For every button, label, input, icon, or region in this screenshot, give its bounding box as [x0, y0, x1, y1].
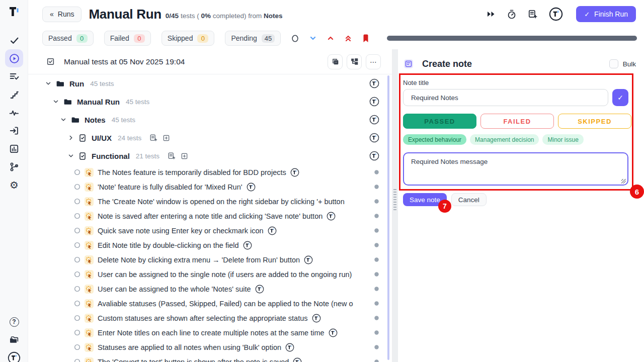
test-row[interactable]: Delete Note by clicking extra menu → 'De…	[28, 252, 392, 267]
sidebar-item-ready-tests[interactable]	[5, 31, 23, 49]
cancel-button[interactable]: Cancel	[451, 193, 487, 206]
folder-test-count: 45 tests	[90, 80, 114, 87]
note-title-input[interactable]	[403, 89, 608, 106]
sidebar-item-runs[interactable]	[5, 49, 23, 67]
tree-scrollbar[interactable]	[387, 75, 389, 360]
filter-skipped[interactable]: Skipped0	[162, 31, 215, 46]
pending-test-icon	[85, 226, 94, 235]
test-row[interactable]: User can be assigned to the single note …	[28, 267, 392, 282]
test-row[interactable]: The Notes feature is temporarily disable…	[28, 165, 392, 179]
status-tag[interactable]: Management decision	[470, 134, 539, 145]
back-to-runs-button[interactable]: « Runs	[42, 7, 82, 22]
create-note-panel: Create note Bulk Note title ✓ PASSEDFAIL…	[398, 49, 644, 362]
sidebar-item-milestones[interactable]	[5, 85, 23, 104]
testomat-badge-icon	[369, 133, 379, 143]
tree-folder-row[interactable]: Functional21 tests	[28, 147, 392, 165]
page-title: Manual Run	[89, 7, 161, 22]
user-logo-icon[interactable]	[549, 7, 563, 21]
add-test-icon[interactable]	[181, 152, 188, 160]
copy-tree-button[interactable]	[328, 54, 343, 69]
sidebar-item-projects[interactable]	[5, 331, 23, 349]
timer-icon[interactable]	[507, 9, 517, 20]
pulse-icon	[9, 108, 19, 118]
more-options-button[interactable]: ⋯	[366, 54, 381, 69]
bulk-checkbox[interactable]	[609, 59, 618, 68]
tree-view-button[interactable]	[347, 54, 362, 69]
tree-folder-row[interactable]: Manual Run45 tests	[28, 93, 392, 111]
testomat-badge-icon	[285, 343, 294, 352]
folder-icon	[63, 98, 72, 106]
test-status-circle-icon	[74, 286, 80, 292]
filter-failed[interactable]: Failed0	[104, 31, 151, 46]
filter-pending[interactable]: Pending45	[225, 31, 281, 46]
app-logo-icon[interactable]	[0, 5, 28, 19]
test-title: Enter Note titles on each line to create…	[98, 329, 325, 337]
sidebar-item-help[interactable]: ?	[5, 313, 23, 331]
test-row[interactable]: The 'Create Note' window is opened on th…	[28, 194, 392, 209]
sidebar-item-analytics-pulse[interactable]	[5, 104, 23, 122]
test-tree-panel: Manual tests at 05 Nov 2025 19:04 ⋯ Run4…	[28, 49, 392, 362]
folder-label: Manual Run	[77, 98, 120, 106]
add-note-icon[interactable]	[528, 9, 538, 19]
test-row[interactable]: User can be assigned to the whole 'Notes…	[28, 282, 392, 296]
failed-status-button[interactable]: FAILED	[480, 114, 554, 129]
tree-folder-row[interactable]: Notes45 tests	[28, 111, 392, 129]
pending-test-icon	[85, 314, 94, 323]
test-title: User can be assigned to the whole 'Notes…	[98, 285, 251, 293]
collapse-up-icon[interactable]	[327, 35, 334, 42]
add-note-icon[interactable]	[149, 134, 157, 142]
test-status-circle-icon	[74, 213, 80, 219]
test-title: Quick save note using Enter key or check…	[98, 227, 264, 235]
bulk-toggle[interactable]: Bulk	[609, 59, 636, 68]
test-row[interactable]: 'Note' feature is fully disabled for 'Mi…	[28, 179, 392, 194]
status-tags: Expected behaviourManagement decisionMin…	[403, 134, 584, 145]
tree-folder-row[interactable]: Run45 tests	[28, 74, 392, 93]
test-row[interactable]: Edit Note title by double-clicking on th…	[28, 238, 392, 252]
sidebar-item-settings[interactable]: ⚙	[5, 176, 23, 194]
test-row[interactable]: Custom statuses are shown after selectin…	[28, 311, 392, 325]
topbar: « Runs Manual Run 0/45 tests ( 0% comple…	[28, 0, 644, 28]
sidebar-item-branches[interactable]	[5, 158, 23, 176]
tree-title: Manual tests at 05 Nov 2025 19:04	[64, 57, 185, 66]
test-state-dot-icon	[374, 257, 379, 262]
tree-header: Manual tests at 05 Nov 2025 19:04 ⋯	[28, 49, 392, 74]
test-row[interactable]: Avaliable statuses (Passed, Skipped, Fai…	[28, 296, 392, 311]
bar-chart-icon	[9, 144, 19, 154]
note-message-textarea[interactable]	[403, 152, 628, 186]
add-note-icon[interactable]	[168, 152, 176, 160]
status-tag[interactable]: Expected behaviour	[403, 134, 466, 145]
add-test-icon[interactable]	[163, 134, 170, 142]
testomat-badge-icon	[329, 328, 338, 337]
filter-passed[interactable]: Passed0	[42, 31, 94, 46]
fast-forward-icon[interactable]	[487, 10, 496, 18]
save-note-button[interactable]: Save note	[403, 193, 447, 206]
bookmark-icon[interactable]	[362, 34, 369, 43]
status-tag[interactable]: Minor issue	[542, 134, 583, 145]
sidebar-item-import[interactable]	[5, 122, 23, 140]
sidebar-item-test-plans[interactable]	[5, 67, 23, 85]
sidebar-item-reports[interactable]	[5, 140, 23, 158]
test-title: 'Note' feature is fully disabled for 'Mi…	[98, 183, 243, 191]
checkmark-icon	[10, 36, 19, 45]
test-row[interactable]: Enter Note titles on each line to create…	[28, 325, 392, 340]
folder-test-count: 24 tests	[118, 134, 141, 142]
collapse-down-icon[interactable]	[309, 35, 316, 42]
test-state-dot-icon	[374, 286, 379, 292]
test-title: Delete Note by clicking extra menu → 'De…	[98, 256, 300, 264]
source-suite: Notes	[264, 12, 283, 20]
sidebar-item-org-logo[interactable]	[5, 349, 23, 362]
tree-folder-row[interactable]: UI/UX24 tests	[28, 129, 392, 147]
collapse-all-up-icon[interactable]	[345, 34, 352, 42]
quick-save-check-button[interactable]: ✓	[612, 89, 628, 106]
test-row[interactable]: Note is saved after entering a note titl…	[28, 209, 392, 223]
status-circle-icon[interactable]	[291, 34, 299, 43]
testomat-badge-icon	[327, 212, 336, 221]
finish-run-button[interactable]: ✓ Finish Run	[576, 6, 636, 22]
test-row[interactable]: Statuses are applied to all notes when u…	[28, 340, 392, 354]
skipped-status-button[interactable]: SKIPPED	[558, 114, 631, 129]
test-row[interactable]: The 'Convert to test' button is shown af…	[28, 354, 392, 362]
passed-status-button[interactable]: PASSED	[403, 114, 476, 129]
drag-handle-icon	[393, 189, 396, 210]
panel-divider[interactable]	[392, 49, 398, 362]
test-row[interactable]: Quick save note using Enter key or check…	[28, 223, 392, 238]
